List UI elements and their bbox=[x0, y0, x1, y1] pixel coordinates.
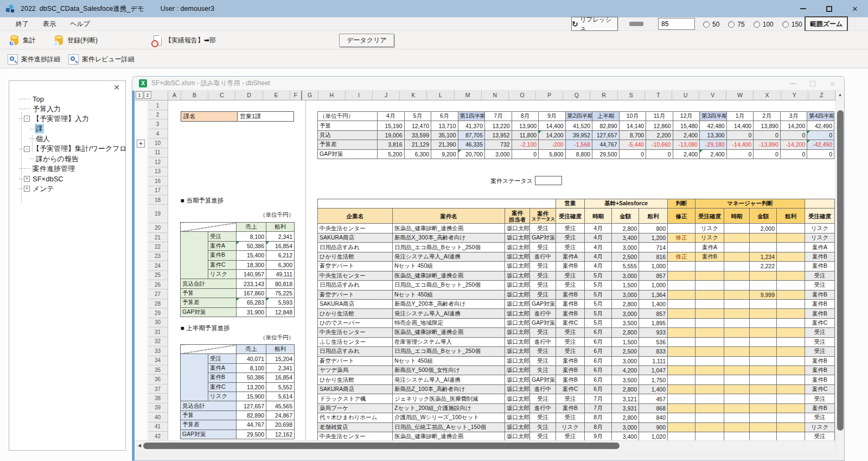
cell[interactable] bbox=[724, 384, 750, 394]
cell[interactable]: 1,364 bbox=[639, 290, 668, 299]
cell[interactable]: 3,931 bbox=[612, 403, 639, 413]
case-status-filter-box[interactable] bbox=[535, 176, 562, 185]
row-header-21[interactable]: 21 bbox=[148, 233, 168, 242]
cell[interactable] bbox=[750, 413, 777, 422]
cell[interactable]: 蒼空デパート bbox=[318, 290, 393, 299]
row-header-25[interactable]: 25 bbox=[148, 271, 168, 280]
cell[interactable]: 0 bbox=[619, 149, 646, 159]
cell[interactable]: 特売企画_地域限定 bbox=[393, 318, 505, 327]
cell[interactable]: 14,140 bbox=[619, 121, 646, 130]
cell[interactable] bbox=[668, 290, 695, 299]
cell[interactable]: 2,800 bbox=[612, 384, 639, 394]
column-header-W[interactable]: W bbox=[726, 91, 754, 100]
cell[interactable]: 6月 bbox=[585, 328, 612, 337]
column-header-L[interactable]: L bbox=[427, 91, 454, 100]
cell[interactable] bbox=[724, 243, 750, 252]
menu-item-0[interactable]: 終了 bbox=[9, 20, 36, 29]
cell[interactable]: 11,800 bbox=[512, 130, 539, 140]
cell[interactable]: 6月 bbox=[585, 384, 612, 394]
zoom-radio-150[interactable]: 150 bbox=[782, 21, 802, 28]
cell[interactable]: 3,816 bbox=[378, 140, 405, 149]
column-header-A[interactable]: A bbox=[168, 91, 181, 100]
cell[interactable]: 受注 bbox=[556, 337, 585, 346]
cell[interactable]: 3,000 bbox=[612, 243, 639, 252]
cell[interactable]: 44,767 bbox=[237, 420, 266, 430]
cell[interactable] bbox=[668, 281, 695, 290]
cell[interactable]: 1,111 bbox=[639, 356, 668, 365]
cell[interactable]: 進行中 bbox=[530, 337, 556, 346]
column-header-T[interactable]: T bbox=[645, 91, 672, 100]
cell[interactable]: 受注 bbox=[805, 347, 835, 356]
column-header-E[interactable]: E bbox=[263, 91, 290, 100]
cell[interactable]: -10,660 bbox=[646, 140, 673, 149]
cell[interactable] bbox=[695, 356, 724, 365]
cell[interactable]: 介護用品_Wシリーズ_100セット bbox=[393, 413, 505, 422]
cell[interactable]: -5,440 bbox=[619, 140, 646, 149]
cell[interactable] bbox=[724, 432, 750, 440]
row-header-28[interactable]: 28 bbox=[148, 299, 168, 308]
column-header-U[interactable]: U bbox=[672, 91, 699, 100]
cell[interactable]: 坂口太郎 bbox=[505, 375, 530, 384]
cell[interactable]: 1,047 bbox=[639, 366, 668, 375]
cell[interactable]: 1,500 bbox=[612, 337, 639, 346]
outline-level-1-button[interactable]: 1 bbox=[136, 91, 143, 99]
cell[interactable] bbox=[724, 413, 750, 422]
month-header-cell[interactable]: 第3四半期 bbox=[700, 112, 727, 121]
cell[interactable]: 5月 bbox=[585, 309, 612, 318]
month-header-cell[interactable]: 7月 bbox=[485, 112, 512, 121]
row-label-cell[interactable]: 予算差 bbox=[318, 140, 378, 149]
column-header-S[interactable]: S bbox=[618, 91, 645, 100]
cell[interactable] bbox=[750, 337, 777, 346]
cell[interactable]: 受注 bbox=[805, 394, 835, 403]
cell[interactable]: -200 bbox=[539, 140, 566, 149]
cell[interactable] bbox=[777, 328, 805, 337]
cell[interactable]: 2,222 bbox=[750, 262, 777, 271]
column-header-F[interactable]: F bbox=[290, 91, 302, 100]
cell[interactable]: 2,200 bbox=[646, 130, 673, 140]
cell[interactable]: 1,400 bbox=[639, 299, 668, 308]
cell[interactable]: リスク bbox=[556, 422, 585, 432]
cell[interactable]: 20,700 bbox=[458, 149, 485, 159]
cell[interactable]: 12,860 bbox=[646, 121, 673, 130]
sheet-minimize-icon[interactable] bbox=[790, 83, 796, 84]
cell[interactable]: 代々木ひまわりホーム bbox=[318, 413, 393, 422]
cell[interactable]: 29,500 bbox=[237, 430, 266, 439]
cell[interactable] bbox=[750, 309, 777, 318]
row-header-2[interactable]: 2 bbox=[148, 110, 168, 119]
cell[interactable]: 46,335 bbox=[458, 140, 485, 149]
summary-label-cell[interactable]: 予算差 bbox=[181, 298, 237, 307]
collapse-icon[interactable]: - bbox=[24, 116, 30, 122]
maximize-button[interactable] bbox=[816, 0, 842, 17]
column-header-H[interactable]: H bbox=[318, 91, 346, 100]
summary-label-cell[interactable]: GAP対策 bbox=[181, 307, 237, 317]
cell[interactable]: 坂口太郎 bbox=[505, 337, 530, 346]
cell[interactable] bbox=[695, 318, 724, 327]
row-header-36[interactable]: 36 bbox=[148, 375, 168, 384]
cell[interactable]: 24,867 bbox=[266, 411, 295, 420]
row-header-19[interactable]: 19 bbox=[148, 205, 168, 223]
cell[interactable] bbox=[777, 432, 805, 440]
cell[interactable]: 3,000 bbox=[612, 356, 639, 365]
cell[interactable]: 4月 bbox=[585, 262, 612, 271]
cell[interactable]: 進行中 bbox=[530, 309, 556, 318]
cell[interactable]: リスク bbox=[695, 233, 724, 242]
cell[interactable]: 案件A bbox=[805, 243, 835, 252]
outline-level-2-button[interactable]: 2 bbox=[144, 91, 151, 99]
row-header-12[interactable]: 12 bbox=[148, 157, 168, 167]
cell[interactable]: 857 bbox=[639, 309, 668, 318]
cell[interactable] bbox=[668, 432, 695, 440]
cell[interactable]: 中央生活センター bbox=[318, 224, 393, 233]
cell[interactable] bbox=[668, 243, 695, 252]
cell[interactable] bbox=[777, 356, 805, 365]
cell[interactable] bbox=[724, 309, 750, 318]
cell[interactable]: 日用品_伝統工芸品_Aセット_150個 bbox=[393, 422, 505, 432]
month-header-cell[interactable]: 4月 bbox=[378, 112, 405, 121]
cell[interactable]: 15,900 bbox=[237, 391, 266, 401]
cell[interactable]: 坂口太郎 bbox=[505, 309, 530, 318]
cell[interactable]: 2,800 bbox=[612, 413, 639, 422]
cell[interactable]: 受注 bbox=[556, 413, 585, 422]
cell[interactable]: 41,520 bbox=[565, 121, 592, 130]
expand-icon[interactable]: + bbox=[24, 186, 30, 192]
row-header-41[interactable]: 41 bbox=[148, 422, 168, 432]
cell[interactable]: -13,080 bbox=[673, 140, 700, 149]
